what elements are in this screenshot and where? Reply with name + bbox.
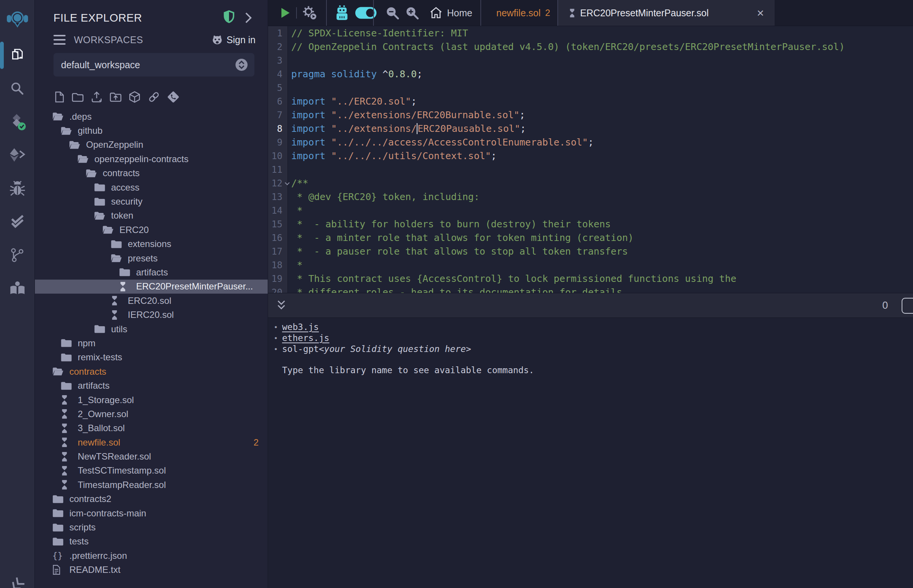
sidebar-item-unit-testing[interactable] xyxy=(0,205,35,239)
tree-row[interactable]: icm-contracts-main xyxy=(35,506,268,520)
tab-close-icon[interactable]: × xyxy=(757,7,764,19)
terminal-collapse-icon[interactable] xyxy=(277,300,286,311)
code-line[interactable]: 4pragma solidity ^0.8.0; xyxy=(268,68,913,81)
code-line[interactable]: 11 xyxy=(268,163,913,176)
sidebar-item-debugger[interactable] xyxy=(0,172,35,205)
sol-icon xyxy=(119,282,130,291)
collapse-chevrons-icon[interactable] xyxy=(9,578,26,588)
terminal-output[interactable]: •web3.js•ethers.js•sol-gpt <your Solidit… xyxy=(268,318,913,588)
sidebar-item-solidity-compiler[interactable] xyxy=(0,105,35,139)
create-folder-icon[interactable] xyxy=(72,91,84,103)
link-icon[interactable] xyxy=(147,91,160,103)
tree-row[interactable]: newfile.sol2 xyxy=(35,435,268,449)
tree-row[interactable]: ERC20PresetMinterPauser... xyxy=(35,279,268,294)
tree-row[interactable]: README.txt xyxy=(35,563,268,577)
tree-row[interactable]: token xyxy=(35,209,268,223)
code-line[interactable]: 15 * - ability for holders to burn (dest… xyxy=(268,218,913,231)
remix-logo-icon[interactable] xyxy=(0,0,35,39)
sidebar-item-git[interactable] xyxy=(0,239,35,272)
terminal-list-item[interactable]: •web3.js xyxy=(274,321,913,333)
code-line[interactable]: 18 * xyxy=(268,258,913,272)
tree-row[interactable]: 2_Owner.sol xyxy=(35,407,268,421)
sign-in-button[interactable]: Sign in xyxy=(212,34,256,45)
code-line[interactable]: 9import "../../../access/AccessControlEn… xyxy=(268,136,913,149)
code-line[interactable]: 13 * @dev {ERC20} token, including: xyxy=(268,190,913,204)
tree-row[interactable]: OpenZeppelin xyxy=(35,138,268,152)
tree-row[interactable]: ERC20.sol xyxy=(35,294,268,308)
tree-label: access xyxy=(111,182,139,193)
code-line[interactable]: 2// OpenZeppelin Contracts (last updated… xyxy=(268,40,913,54)
tree-row[interactable]: artifacts xyxy=(35,378,268,393)
upload-folder-icon[interactable] xyxy=(110,91,122,103)
line-number: 15 xyxy=(272,219,282,229)
code-editor[interactable]: 1// SPDX-License-Identifier: MIT2// Open… xyxy=(268,26,913,293)
sidebar-item-file-explorer[interactable] xyxy=(0,39,35,72)
tree-row[interactable]: contracts xyxy=(35,365,268,378)
tree-row[interactable]: npm xyxy=(35,336,268,350)
ipfs-cube-icon[interactable] xyxy=(128,91,141,103)
tree-row[interactable]: utils xyxy=(35,322,268,336)
code-line[interactable]: 17 * - a pauser role that allows to stop… xyxy=(268,245,913,258)
terminal-link[interactable]: web3.js xyxy=(282,321,319,333)
code-line[interactable]: 8import "../extensions/ERC20Pausable.sol… xyxy=(268,122,913,136)
shield-icon[interactable] xyxy=(223,10,235,24)
code-line[interactable]: 20 * different roles - head to its docum… xyxy=(268,286,913,293)
sidebar-item-learneth[interactable] xyxy=(0,272,35,305)
tab-erc20presetminterpauser-sol[interactable]: ERC20PresetMinterPauser.sol × xyxy=(557,0,775,26)
code-line[interactable]: 1// SPDX-License-Identifier: MIT xyxy=(268,26,913,40)
tree-row[interactable]: TestSCTimestamp.sol xyxy=(35,464,268,478)
tree-row[interactable]: 3_Ballot.sol xyxy=(35,421,268,435)
tree-row[interactable]: NewTSReader.sol xyxy=(35,449,268,464)
sign-in-label: Sign in xyxy=(227,34,256,45)
tree-row[interactable]: .deps xyxy=(35,110,268,123)
tree-row[interactable]: IERC20.sol xyxy=(35,308,268,321)
tree-row[interactable]: ERC20 xyxy=(35,223,268,237)
tree-row[interactable]: tests xyxy=(35,535,268,549)
workspaces-menu-icon[interactable] xyxy=(53,35,66,45)
terminal-link[interactable]: ethers.js xyxy=(282,333,330,344)
terminal-right-button[interactable] xyxy=(902,298,913,314)
sidebar-item-search[interactable] xyxy=(0,72,35,105)
tree-row[interactable]: TimestampReader.sol xyxy=(35,478,268,492)
tree-label: npm xyxy=(78,338,96,349)
code-line[interactable]: 5 xyxy=(268,81,913,95)
tree-row[interactable]: security xyxy=(35,194,268,208)
sidebar-item-deploy-run[interactable] xyxy=(0,139,35,172)
code-line[interactable]: 10import "../../../utils/Context.sol"; xyxy=(268,149,913,163)
tab-home[interactable]: Home xyxy=(430,7,473,19)
deploy-run-icon xyxy=(9,147,26,163)
script-config-gear-icon[interactable] xyxy=(302,5,317,21)
run-script-button[interactable] xyxy=(281,8,290,18)
tree-row[interactable]: extensions xyxy=(35,237,268,251)
chevron-right-icon[interactable] xyxy=(245,12,252,24)
git-clone-icon[interactable] xyxy=(167,91,179,103)
ai-robot-icon[interactable] xyxy=(335,5,349,21)
tree-row[interactable]: access xyxy=(35,180,268,194)
tree-row[interactable]: scripts xyxy=(35,520,268,534)
code-line[interactable]: 19 * This contract uses {AccessControl} … xyxy=(268,272,913,286)
solidity-file-icon xyxy=(569,9,576,18)
code-line[interactable]: 12/** xyxy=(268,176,913,190)
tree-row[interactable]: openzeppelin-contracts xyxy=(35,152,268,166)
tree-row[interactable]: remix-tests xyxy=(35,351,268,365)
terminal-list-item[interactable]: •sol-gpt <your Solidity question here> xyxy=(274,344,913,355)
code-line[interactable]: 3 xyxy=(268,54,913,68)
create-file-icon[interactable] xyxy=(53,91,65,103)
tree-row[interactable]: 1_Storage.sol xyxy=(35,393,268,407)
tab-newfile-sol[interactable]: newfile.sol 2 xyxy=(481,0,557,26)
workspace-select[interactable]: default_workspace xyxy=(53,53,254,76)
tree-row[interactable]: artifacts xyxy=(35,265,268,279)
tree-row[interactable]: contracts xyxy=(35,166,268,180)
code-line[interactable]: 16 * - a minter role that allows for tok… xyxy=(268,231,913,245)
upload-file-icon[interactable] xyxy=(91,91,103,103)
tree-row[interactable]: {}.prettierrc.json xyxy=(35,549,268,563)
code-line[interactable]: 7import "../extensions/ERC20Burnable.sol… xyxy=(268,108,913,122)
tree-row[interactable]: presets xyxy=(35,251,268,265)
tree-row[interactable]: contracts2 xyxy=(35,492,268,506)
code-line[interactable]: 6import "../ERC20.sol"; xyxy=(268,95,913,108)
code-line[interactable]: 14 * xyxy=(268,204,913,218)
zoom-out-icon[interactable] xyxy=(385,6,399,20)
zoom-in-icon[interactable] xyxy=(405,6,419,20)
terminal-list-item[interactable]: •ethers.js xyxy=(274,333,913,344)
tree-row[interactable]: github xyxy=(35,123,268,137)
